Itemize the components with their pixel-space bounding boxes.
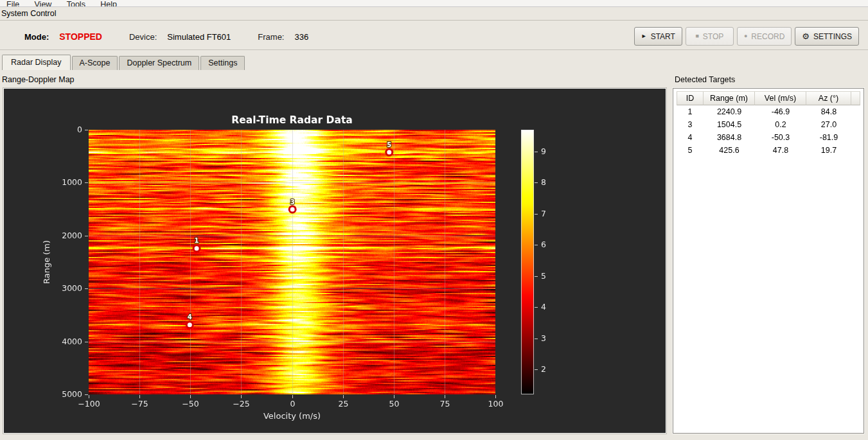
column-header[interactable]: Vel (m/s)	[755, 91, 806, 105]
column-header[interactable]: Range (m)	[704, 91, 755, 105]
table-row[interactable]: 5425.647.819.7	[677, 144, 860, 157]
tab-bar: Radar Display A-Scope Doppler Spectrum S…	[0, 55, 868, 70]
detected-targets-title: Detected Targets	[675, 75, 864, 84]
table-cell-stub	[851, 144, 860, 157]
menu-item-tools[interactable]: Tools	[60, 0, 92, 7]
system-control-group: System Control Mode: STOPPED Device: Sim…	[0, 7, 868, 50]
tab-settings[interactable]: Settings	[200, 56, 245, 70]
table-cell: 3684.8	[704, 131, 755, 144]
range-doppler-section: Range-Doppler Map	[0, 74, 668, 434]
device-label: Device:	[129, 32, 157, 42]
detected-targets-section: Detected Targets IDRange (m)Vel (m/s)Az …	[673, 74, 868, 434]
tab-a-scope[interactable]: A-Scope	[72, 56, 118, 70]
mode-value: STOPPED	[59, 31, 102, 42]
group-separator	[0, 20, 868, 21]
table-cell: 47.8	[755, 144, 806, 157]
table-cell: 4	[677, 131, 704, 144]
table-cell: 425.6	[704, 144, 755, 157]
record-icon: ●	[744, 33, 747, 39]
tab-radar-display[interactable]: Radar Display	[2, 55, 71, 70]
table-cell: 19.7	[806, 144, 851, 157]
menu-item-help[interactable]: Help	[94, 0, 123, 7]
table-cell: 1504.5	[704, 118, 755, 131]
control-buttons: ►START ■STOP ●RECORD ⚙SETTINGS	[634, 27, 859, 46]
gear-icon: ⚙	[802, 32, 810, 40]
frame-label: Frame:	[258, 32, 284, 42]
targets-table-panel: IDRange (m)Vel (m/s)Az (°) 12240.9-46.98…	[673, 88, 864, 434]
column-header[interactable]: ID	[677, 91, 704, 105]
table-cell: 5	[677, 144, 704, 157]
frame-value: 336	[294, 32, 308, 42]
table-cell: 84.8	[806, 105, 851, 118]
tab-doppler-spectrum[interactable]: Doppler Spectrum	[119, 56, 199, 70]
start-button[interactable]: ►START	[634, 27, 682, 46]
table-cell: 2240.9	[704, 105, 755, 118]
table-cell: -81.9	[806, 131, 851, 144]
system-control-title: System Control	[1, 9, 56, 18]
main-content: Range-Doppler Map Detected Targets IDRan…	[0, 74, 868, 434]
table-cell: 0.2	[755, 118, 806, 131]
settings-button[interactable]: ⚙SETTINGS	[795, 27, 859, 46]
table-row[interactable]: 43684.8-50.3-81.9	[677, 131, 860, 144]
table-cell: -50.3	[755, 131, 806, 144]
status-row: Mode: STOPPED Device: Simulated FT601 Fr…	[24, 26, 308, 47]
table-cell-stub	[851, 131, 860, 144]
radar-figure-panel	[3, 88, 666, 434]
stop-button[interactable]: ■STOP	[686, 27, 734, 46]
table-cell: 3	[677, 118, 704, 131]
splitter-handle[interactable]	[668, 74, 673, 434]
table-cell-stub	[851, 105, 860, 118]
device-value: Simulated FT601	[167, 32, 231, 42]
table-cell: -46.9	[755, 105, 806, 118]
record-button[interactable]: ●RECORD	[737, 27, 792, 46]
targets-table: IDRange (m)Vel (m/s)Az (°) 12240.9-46.98…	[677, 91, 860, 157]
play-icon: ►	[641, 33, 647, 39]
menu-item-file[interactable]: File	[0, 0, 26, 7]
range-doppler-map-title: Range-Doppler Map	[2, 75, 668, 84]
mode-label: Mode:	[24, 32, 49, 42]
table-cell-stub	[851, 118, 860, 131]
menu-item-view[interactable]: View	[28, 0, 58, 7]
table-cell: 1	[677, 105, 704, 118]
table-header-row: IDRange (m)Vel (m/s)Az (°)	[677, 91, 860, 105]
table-row[interactable]: 12240.9-46.984.8	[677, 105, 860, 118]
column-header[interactable]: Az (°)	[806, 91, 851, 105]
radar-figure-canvas	[4, 89, 666, 433]
stop-icon: ■	[695, 33, 698, 39]
column-header-stub	[851, 91, 860, 105]
table-row[interactable]: 31504.50.227.0	[677, 118, 860, 131]
menu-bar: File View Tools Help	[0, 0, 868, 7]
table-cell: 27.0	[806, 118, 851, 131]
